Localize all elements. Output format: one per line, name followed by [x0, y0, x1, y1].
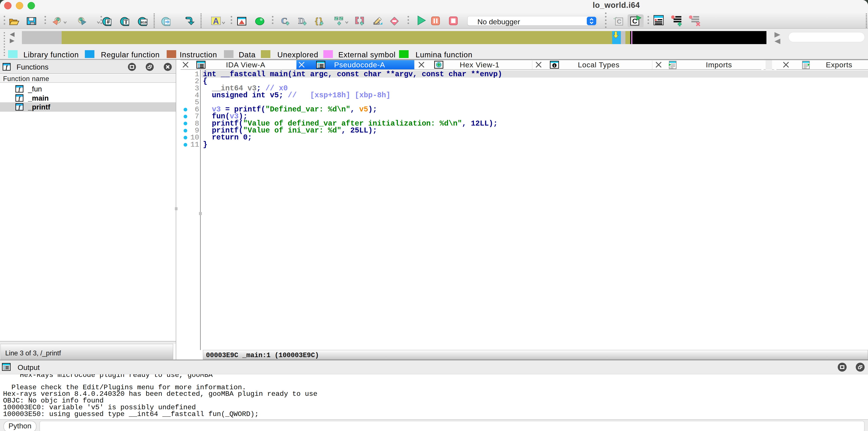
svg-text:C: C: [617, 18, 621, 25]
svg-text:#: #: [107, 19, 110, 25]
svg-text:t: t: [554, 63, 555, 68]
svg-text:{: {: [315, 16, 318, 25]
svg-text:A: A: [213, 17, 219, 26]
svg-text:T: T: [124, 19, 128, 25]
svg-text:D: D: [299, 16, 305, 26]
svg-text:010: 010: [141, 21, 147, 25]
svg-text:C: C: [281, 16, 287, 26]
